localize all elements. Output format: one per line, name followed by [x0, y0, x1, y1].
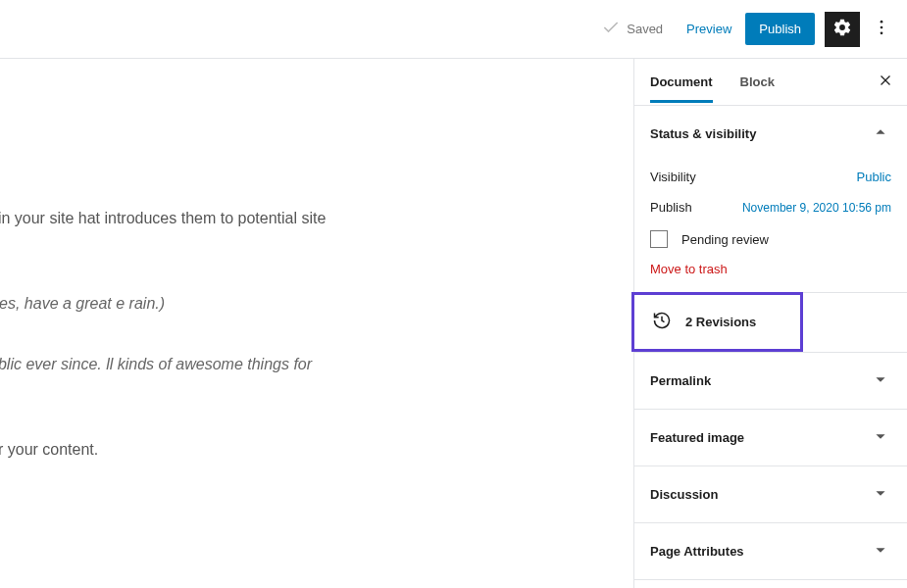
close-sidebar-button[interactable] [876, 73, 895, 92]
revisions-label: 2 Revisions [685, 315, 756, 329]
top-toolbar: Saved Preview Publish [0, 0, 907, 59]
panel-header-featured-image[interactable]: Featured image [634, 410, 907, 466]
panel-title: Permalink [650, 373, 711, 388]
chevron-down-icon [870, 539, 891, 564]
pending-review-checkbox[interactable] [650, 230, 668, 248]
settings-sidebar: Document Block Status & visibility Visib… [633, 59, 907, 588]
panel-title: Featured image [650, 430, 744, 445]
row-pending-review: Pending review [650, 222, 891, 262]
tab-document[interactable]: Document [650, 61, 713, 103]
editor-paragraph[interactable]: ll stay in one place and will show up in… [0, 206, 333, 256]
publish-label: Publish [650, 200, 692, 215]
chevron-up-icon [870, 122, 891, 146]
panel-discussion: Discussion [634, 466, 907, 523]
panel-body-status: Visibility Public Publish November 9, 20… [634, 162, 907, 292]
row-publish-date: Publish November 9, 2020 10:56 pm [650, 192, 891, 222]
tab-block[interactable]: Block [740, 61, 775, 103]
close-icon [877, 72, 894, 92]
panel-permalink: Permalink [634, 353, 907, 410]
panel-header-status[interactable]: Status & visibility [634, 106, 907, 162]
visibility-label: Visibility [650, 170, 696, 184]
editor-paragraph[interactable]: this is my website. I live in Los Angele… [0, 291, 333, 317]
main-area: ll stay in one place and will show up in… [0, 59, 907, 588]
revisions-link[interactable]: 2 Revisions [631, 292, 803, 352]
chevron-down-icon [870, 482, 891, 507]
publish-date-link[interactable]: November 9, 2020 10:56 pm [742, 201, 891, 215]
panel-header-discussion[interactable]: Discussion [634, 466, 907, 522]
settings-button[interactable] [825, 12, 860, 47]
gear-icon [832, 18, 852, 40]
history-icon [652, 311, 672, 333]
panel-title: Status & visibility [650, 126, 756, 141]
chevron-down-icon [870, 368, 891, 393]
panel-title: Discussion [650, 487, 718, 502]
saved-status: Saved [601, 18, 663, 40]
check-icon [601, 18, 621, 40]
move-to-trash-link[interactable]: Move to trash [650, 262, 891, 276]
more-menu-button[interactable] [864, 12, 899, 47]
pending-review-label: Pending review [681, 232, 769, 247]
svg-point-0 [881, 21, 883, 24]
chevron-down-icon [870, 425, 891, 450]
panel-page-attributes: Page Attributes [634, 523, 907, 580]
kebab-icon [872, 18, 891, 40]
preview-button[interactable]: Preview [677, 16, 741, 42]
svg-point-2 [881, 32, 883, 35]
row-visibility: Visibility Public [650, 162, 891, 192]
visibility-value-link[interactable]: Public [857, 170, 891, 184]
panel-title: Page Attributes [650, 544, 744, 559]
svg-point-1 [881, 26, 883, 29]
sidebar-tabs: Document Block [634, 59, 907, 106]
panel-revisions: 2 Revisions [634, 293, 907, 353]
panel-status-visibility: Status & visibility Visibility Public Pu… [634, 106, 907, 293]
editor-canvas[interactable]: ll stay in one place and will show up in… [0, 59, 633, 588]
editor-paragraph[interactable]: e this page and create new pages for you… [0, 437, 333, 463]
saved-label: Saved [627, 22, 663, 36]
panel-header-permalink[interactable]: Permalink [634, 353, 907, 409]
panel-header-page-attributes[interactable]: Page Attributes [634, 523, 907, 579]
panel-featured-image: Featured image [634, 410, 907, 466]
publish-button[interactable]: Publish [745, 13, 815, 45]
editor-paragraph[interactable]: roviding quality doohickeys to the publi… [0, 352, 333, 402]
